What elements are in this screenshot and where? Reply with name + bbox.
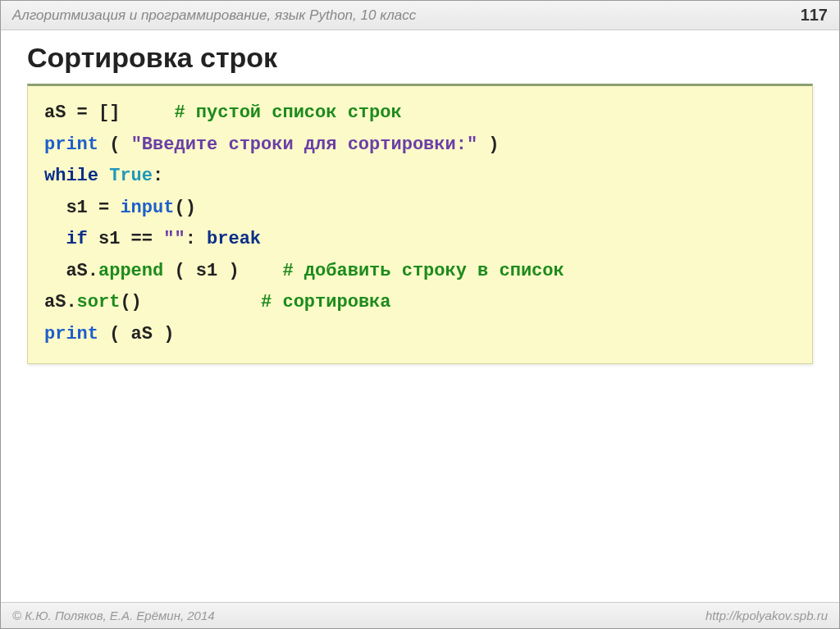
header-title: Алгоритмизация и программирование, язык … <box>12 7 416 24</box>
header-bar: Алгоритмизация и программирование, язык … <box>1 1 839 30</box>
footer-copyright: © К.Ю. Поляков, Е.А. Ерёмин, 2014 <box>12 608 215 622</box>
footer-bar: © К.Ю. Поляков, Е.А. Ерёмин, 2014 http:/… <box>1 602 839 628</box>
footer-url: http://kpolyakov.spb.ru <box>705 608 828 622</box>
slide-title: Сортировка строк <box>1 30 839 84</box>
code-line-7: aS.sort() # сортировка <box>44 287 796 319</box>
page-number: 117 <box>801 6 828 25</box>
code-line-3: while True: <box>44 161 796 193</box>
code-line-4: s1 = input() <box>44 193 796 225</box>
code-line-8: print ( aS ) <box>44 319 796 351</box>
code-line-2: print ( "Введите строки для сортировки:"… <box>44 130 796 162</box>
code-line-1: aS = [] # пустой список строк <box>44 98 796 130</box>
code-line-6: aS.append ( s1 ) # добавить строку в спи… <box>44 256 796 288</box>
code-block: aS = [] # пустой список строк print ( "В… <box>27 84 813 364</box>
code-line-5: if s1 == "": break <box>44 224 796 256</box>
